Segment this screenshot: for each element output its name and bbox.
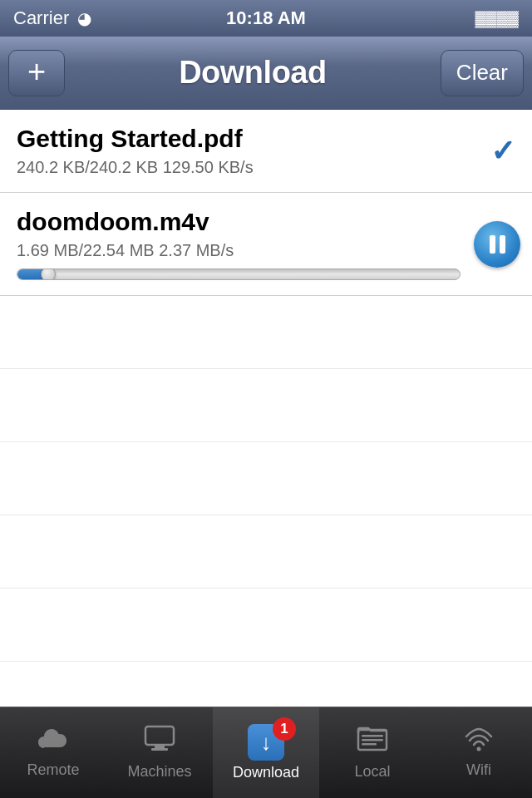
tab-machines[interactable]: Machines — [106, 707, 213, 798]
svg-rect-1 — [155, 745, 165, 748]
svg-point-7 — [477, 747, 481, 751]
clear-button[interactable]: Clear — [441, 50, 524, 96]
tab-download-label: Download — [233, 764, 299, 781]
svg-rect-0 — [145, 727, 174, 745]
status-bar: Carrier ◕ 10:18 AM ▓▓▓▓ — [0, 0, 532, 37]
local-files-icon — [357, 725, 388, 760]
progress-thumb[interactable] — [41, 268, 56, 280]
tab-download[interactable]: ↓ 1 Download — [213, 707, 319, 798]
nav-bar: + Download Clear — [0, 37, 532, 110]
checkmark-icon: ✓ — [490, 134, 515, 169]
nav-title: Download — [179, 55, 327, 91]
svg-rect-5 — [362, 739, 383, 741]
progress-track — [17, 268, 461, 280]
download-item-info: 240.2 KB/240.2 KB 129.50 KB/s — [17, 158, 515, 177]
download-item-info-2: 1.69 MB/22.54 MB 2.37 MB/s — [17, 241, 461, 260]
add-icon: + — [27, 56, 46, 87]
empty-row — [0, 369, 532, 442]
add-button[interactable]: + — [8, 50, 65, 96]
tab-bar: Remote Machines ↓ 1 Download — [0, 707, 532, 798]
tab-wifi[interactable]: Wifi — [426, 707, 532, 798]
download-item-name-2: doomdoom.m4v — [17, 208, 461, 236]
wifi-tab-icon — [463, 727, 495, 758]
carrier-label: Carrier — [13, 7, 69, 29]
pause-bar-left — [490, 235, 495, 254]
tab-local[interactable]: Local — [319, 707, 426, 798]
download-list: Getting Started.pdf 240.2 KB/240.2 KB 12… — [0, 110, 532, 798]
empty-row — [0, 442, 532, 515]
tab-machines-label: Machines — [127, 763, 191, 781]
download-item-name: Getting Started.pdf — [17, 125, 515, 153]
clear-label: Clear — [456, 60, 508, 86]
empty-row — [0, 296, 532, 369]
download-arrow-icon: ↓ — [261, 732, 272, 753]
status-bar-left: Carrier ◕ — [13, 7, 91, 29]
tab-remote[interactable]: Remote — [0, 707, 106, 798]
battery-icon: ▓▓▓▓ — [475, 10, 520, 27]
pause-icon — [490, 235, 505, 254]
tab-remote-label: Remote — [27, 761, 79, 779]
status-time: 10:18 AM — [226, 7, 306, 29]
cloud-icon — [37, 727, 69, 758]
empty-row — [0, 589, 532, 662]
empty-row — [0, 515, 532, 589]
svg-rect-6 — [362, 743, 377, 746]
wifi-status-icon: ◕ — [77, 8, 91, 28]
tab-local-label: Local — [354, 763, 390, 781]
svg-rect-2 — [151, 748, 168, 751]
svg-rect-4 — [362, 735, 383, 737]
download-badge: 1 — [273, 717, 296, 741]
pause-bar-right — [500, 235, 505, 254]
download-tab-icon: ↓ 1 — [248, 724, 284, 761]
monitor-icon — [144, 725, 175, 760]
progress-bar-container — [17, 268, 461, 280]
pause-button[interactable] — [474, 221, 520, 268]
download-item-1: Getting Started.pdf 240.2 KB/240.2 KB 12… — [0, 110, 532, 193]
download-item-2: doomdoom.m4v 1.69 MB/22.54 MB 2.37 MB/s — [0, 193, 532, 296]
tab-wifi-label: Wifi — [466, 761, 491, 779]
